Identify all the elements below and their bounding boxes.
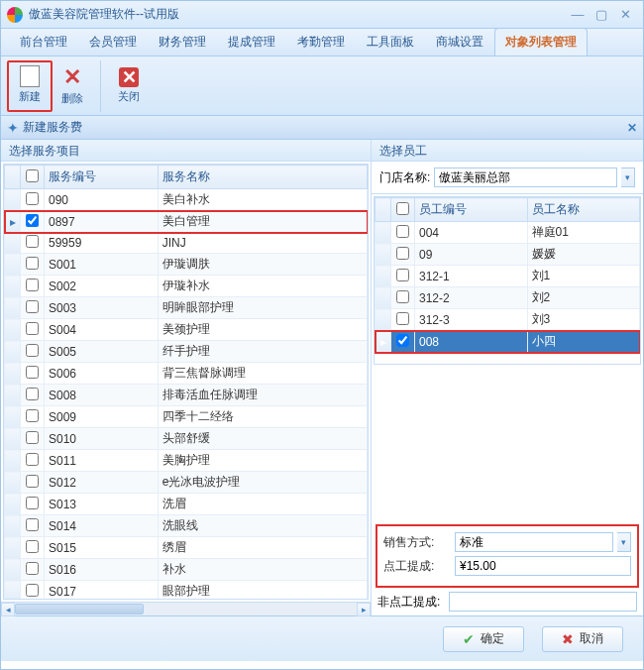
commission-input[interactable] (455, 556, 631, 576)
service-name-header[interactable]: 服务名称 (158, 166, 367, 189)
service-name-cell: 美颈护理 (158, 319, 367, 341)
cancel-button[interactable]: ✖ 取消 (542, 626, 623, 652)
service-row-checkbox[interactable] (26, 322, 39, 335)
sale-mode-select[interactable] (455, 532, 613, 552)
main-tab-3[interactable]: 提成管理 (217, 28, 286, 56)
ok-button[interactable]: ✔ 确定 (443, 626, 524, 652)
service-row-checkbox[interactable] (26, 453, 39, 466)
store-select[interactable] (434, 168, 617, 187)
service-row-checkbox[interactable] (26, 279, 39, 291)
service-row[interactable]: S013洗眉 (5, 494, 368, 515)
employee-row-checkbox[interactable] (396, 269, 409, 281)
employee-row[interactable]: 004禅庭01 (376, 222, 640, 244)
employee-code-header[interactable]: 员工编号 (415, 198, 528, 222)
employee-table[interactable]: 员工编号 员工名称 004禅庭0109媛媛312-1刘1312-2刘2312-3… (374, 196, 641, 365)
service-row[interactable]: S009四季十二经络 (5, 406, 368, 428)
service-row[interactable]: S012e光冰电波护理 (5, 472, 368, 494)
main-tab-1[interactable]: 会员管理 (78, 28, 148, 56)
employee-row-checkbox[interactable] (396, 290, 409, 303)
sale-mode-label: 销售方式: (383, 534, 451, 551)
service-row[interactable]: 090美白补水 (5, 189, 368, 211)
service-row[interactable]: S016补水 (5, 559, 368, 581)
service-row[interactable]: S003明眸眼部护理 (5, 297, 368, 319)
service-row-checkbox[interactable] (26, 300, 39, 313)
service-row-checkbox[interactable] (26, 192, 39, 205)
maximize-button[interactable]: ▢ (590, 7, 613, 23)
service-row[interactable]: S010头部舒缓 (5, 428, 368, 450)
employee-row[interactable]: 312-1刘1 (376, 266, 640, 287)
store-dropdown-button[interactable]: ▾ (621, 168, 635, 187)
employee-row-checkbox[interactable] (396, 312, 409, 325)
employee-row-checkbox[interactable] (396, 334, 409, 347)
employee-checkall[interactable] (396, 202, 409, 215)
main-tab-7[interactable]: 对象列表管理 (494, 28, 588, 56)
service-row-checkbox[interactable] (26, 366, 39, 379)
employee-name-cell: 刘3 (527, 309, 640, 331)
service-row[interactable]: S014洗眼线 (5, 515, 368, 537)
service-name-cell: 伊璇补水 (158, 276, 367, 297)
employee-row[interactable]: 09媛媛 (376, 244, 640, 266)
service-row[interactable]: S005纤手护理 (5, 341, 368, 363)
panel-close-button[interactable]: ✕ (627, 121, 637, 135)
service-row[interactable]: S006背三焦督脉调理 (5, 363, 368, 385)
sale-mode-dropdown-button[interactable]: ▾ (617, 532, 631, 552)
employee-row[interactable]: 312-3刘3 (376, 309, 640, 331)
employee-row[interactable]: ▸008小四 (376, 331, 640, 353)
service-row-checkbox[interactable] (26, 257, 39, 270)
service-row[interactable]: S004美颈护理 (5, 319, 368, 341)
service-row[interactable]: S002伊璇补水 (5, 276, 368, 297)
main-tab-5[interactable]: 工具面板 (356, 28, 425, 56)
service-row-checkbox[interactable] (26, 431, 39, 444)
service-row-checkbox[interactable] (26, 540, 39, 553)
store-label: 门店名称: (379, 169, 430, 186)
service-row[interactable]: S001伊璇调肤 (5, 254, 368, 276)
service-row-checkbox[interactable] (26, 518, 39, 531)
service-row[interactable]: S011美胸护理 (5, 450, 368, 472)
service-row-checkbox[interactable] (26, 562, 39, 575)
title-bar: 傲蓝美容院管理软件--试用版 — ▢ ✕ (1, 1, 643, 29)
service-row-checkbox[interactable] (26, 388, 39, 400)
service-code-cell: S004 (45, 319, 159, 341)
panel-header: ✦ 新建服务费 ✕ (1, 116, 643, 140)
employee-row-checkbox[interactable] (396, 225, 409, 238)
main-tab-0[interactable]: 前台管理 (9, 28, 78, 56)
service-table[interactable]: 服务编号 服务名称 090美白补水▸0897美白管理59959JINJS001伊… (3, 164, 369, 600)
service-code-cell: 59959 (45, 233, 159, 254)
service-code-cell: S011 (45, 450, 159, 472)
service-row[interactable]: S008排毒活血任脉调理 (5, 385, 368, 406)
h-scrollbar-left[interactable]: ◂ ▸ (1, 602, 371, 615)
service-row-checkbox[interactable] (26, 584, 39, 597)
new-button[interactable]: 新建 (10, 63, 50, 106)
service-row[interactable]: S017眼部护理 (5, 581, 368, 601)
right-section-title: 选择员工 (372, 140, 643, 162)
minimize-button[interactable]: — (566, 7, 590, 23)
employee-code-cell: 008 (415, 331, 528, 353)
service-code-header[interactable]: 服务编号 (45, 166, 159, 189)
service-name-cell: 背三焦督脉调理 (158, 363, 367, 385)
service-row[interactable]: 59959JINJ (5, 233, 368, 254)
service-row-checkbox[interactable] (26, 475, 39, 488)
service-row-checkbox[interactable] (26, 497, 39, 509)
service-code-cell: 0897 (45, 211, 159, 233)
service-checkall[interactable] (26, 169, 39, 182)
non-commission-input[interactable] (449, 592, 637, 612)
employee-code-cell: 09 (415, 244, 528, 266)
service-row-checkbox[interactable] (26, 344, 39, 357)
employee-row[interactable]: 312-2刘2 (376, 287, 640, 309)
delete-button[interactable]: ✕ 删除 (53, 60, 92, 112)
service-code-cell: S010 (45, 428, 159, 450)
service-row-checkbox[interactable] (26, 409, 39, 422)
close-button[interactable]: ✕ 关闭 (109, 60, 149, 112)
service-row-checkbox[interactable] (26, 235, 39, 248)
service-code-cell: S017 (45, 581, 159, 601)
service-code-cell: S003 (45, 297, 159, 319)
service-row[interactable]: ▸0897美白管理 (5, 211, 368, 233)
main-tab-6[interactable]: 商城设置 (425, 28, 494, 56)
employee-name-header[interactable]: 员工名称 (527, 198, 640, 222)
employee-row-checkbox[interactable] (396, 247, 409, 260)
service-row[interactable]: S015绣眉 (5, 537, 368, 559)
main-tab-2[interactable]: 财务管理 (148, 28, 217, 56)
main-tab-4[interactable]: 考勤管理 (286, 28, 356, 56)
close-window-button[interactable]: ✕ (613, 7, 637, 23)
service-row-checkbox[interactable] (26, 214, 39, 227)
